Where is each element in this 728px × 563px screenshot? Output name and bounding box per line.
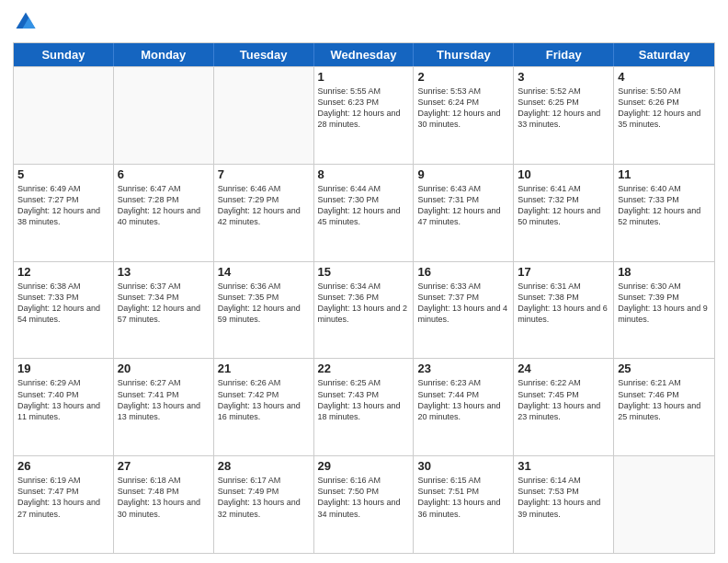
day-info: Sunrise: 6:36 AM Sunset: 7:35 PM Dayligh… xyxy=(218,281,310,326)
day-info: Sunrise: 6:25 AM Sunset: 7:43 PM Dayligh… xyxy=(318,377,410,422)
day-cell-16: 16Sunrise: 6:33 AM Sunset: 7:37 PM Dayli… xyxy=(414,262,514,359)
day-cell-7: 7Sunrise: 6:46 AM Sunset: 7:29 PM Daylig… xyxy=(214,165,314,261)
header-day-tuesday: Tuesday xyxy=(214,43,314,66)
day-cell-28: 28Sunrise: 6:17 AM Sunset: 7:49 PM Dayli… xyxy=(214,456,314,553)
header-day-sunday: Sunday xyxy=(14,43,114,66)
day-info: Sunrise: 6:31 AM Sunset: 7:38 PM Dayligh… xyxy=(518,281,609,326)
day-number: 18 xyxy=(618,265,711,279)
day-info: Sunrise: 5:55 AM Sunset: 6:23 PM Dayligh… xyxy=(318,86,410,131)
day-info: Sunrise: 6:21 AM Sunset: 7:46 PM Dayligh… xyxy=(618,377,711,422)
day-number: 24 xyxy=(518,362,609,375)
day-cell-14: 14Sunrise: 6:36 AM Sunset: 7:35 PM Dayli… xyxy=(214,262,314,359)
day-info: Sunrise: 6:40 AM Sunset: 7:33 PM Dayligh… xyxy=(618,183,711,228)
calendar-body: 1Sunrise: 5:55 AM Sunset: 6:23 PM Daylig… xyxy=(14,66,714,553)
empty-cell xyxy=(114,67,214,164)
day-cell-29: 29Sunrise: 6:16 AM Sunset: 7:50 PM Dayli… xyxy=(314,456,415,553)
day-number: 30 xyxy=(417,459,509,473)
day-info: Sunrise: 5:52 AM Sunset: 6:25 PM Dayligh… xyxy=(518,86,609,131)
calendar-row-2: 12Sunrise: 6:38 AM Sunset: 7:33 PM Dayli… xyxy=(14,261,714,359)
calendar-row-0: 1Sunrise: 5:55 AM Sunset: 6:23 PM Daylig… xyxy=(14,66,714,164)
day-number: 22 xyxy=(318,362,410,375)
day-number: 11 xyxy=(618,167,711,181)
empty-cell xyxy=(214,67,314,164)
day-cell-2: 2Sunrise: 5:53 AM Sunset: 6:24 PM Daylig… xyxy=(414,67,514,164)
day-number: 12 xyxy=(17,265,109,279)
day-info: Sunrise: 6:30 AM Sunset: 7:39 PM Dayligh… xyxy=(618,281,711,326)
day-info: Sunrise: 6:38 AM Sunset: 7:33 PM Dayligh… xyxy=(17,281,109,326)
logo xyxy=(13,9,42,35)
day-cell-10: 10Sunrise: 6:41 AM Sunset: 7:32 PM Dayli… xyxy=(514,165,614,261)
header-day-saturday: Saturday xyxy=(614,43,714,66)
header-day-monday: Monday xyxy=(114,43,214,66)
day-info: Sunrise: 6:14 AM Sunset: 7:53 PM Dayligh… xyxy=(518,475,609,520)
day-cell-1: 1Sunrise: 5:55 AM Sunset: 6:23 PM Daylig… xyxy=(314,67,415,164)
day-info: Sunrise: 6:26 AM Sunset: 7:42 PM Dayligh… xyxy=(218,377,310,422)
day-cell-11: 11Sunrise: 6:40 AM Sunset: 7:33 PM Dayli… xyxy=(614,165,714,261)
calendar-row-4: 26Sunrise: 6:19 AM Sunset: 7:47 PM Dayli… xyxy=(14,455,714,553)
day-info: Sunrise: 6:49 AM Sunset: 7:27 PM Dayligh… xyxy=(17,183,109,228)
day-info: Sunrise: 6:34 AM Sunset: 7:36 PM Dayligh… xyxy=(318,281,410,326)
day-number: 16 xyxy=(417,265,509,279)
day-info: Sunrise: 6:22 AM Sunset: 7:45 PM Dayligh… xyxy=(518,377,609,422)
day-info: Sunrise: 6:29 AM Sunset: 7:40 PM Dayligh… xyxy=(17,377,109,422)
day-number: 13 xyxy=(118,265,210,279)
header-day-thursday: Thursday xyxy=(414,43,514,66)
day-info: Sunrise: 6:27 AM Sunset: 7:41 PM Dayligh… xyxy=(118,377,210,422)
day-info: Sunrise: 6:17 AM Sunset: 7:49 PM Dayligh… xyxy=(218,475,310,520)
day-cell-4: 4Sunrise: 5:50 AM Sunset: 6:26 PM Daylig… xyxy=(614,67,714,164)
day-info: Sunrise: 6:47 AM Sunset: 7:28 PM Dayligh… xyxy=(118,183,210,228)
day-number: 19 xyxy=(17,362,109,375)
empty-cell xyxy=(614,456,714,553)
calendar-row-3: 19Sunrise: 6:29 AM Sunset: 7:40 PM Dayli… xyxy=(14,358,714,455)
day-info: Sunrise: 6:33 AM Sunset: 7:37 PM Dayligh… xyxy=(417,281,509,326)
day-cell-8: 8Sunrise: 6:44 AM Sunset: 7:30 PM Daylig… xyxy=(314,165,415,261)
day-cell-23: 23Sunrise: 6:23 AM Sunset: 7:44 PM Dayli… xyxy=(414,359,514,455)
day-number: 28 xyxy=(218,459,310,473)
day-info: Sunrise: 5:53 AM Sunset: 6:24 PM Dayligh… xyxy=(417,86,509,131)
day-number: 10 xyxy=(518,167,609,181)
day-cell-12: 12Sunrise: 6:38 AM Sunset: 7:33 PM Dayli… xyxy=(14,262,114,359)
day-number: 17 xyxy=(518,265,609,279)
day-number: 15 xyxy=(318,265,410,279)
logo-icon xyxy=(13,9,39,35)
day-cell-26: 26Sunrise: 6:19 AM Sunset: 7:47 PM Dayli… xyxy=(14,456,114,553)
day-cell-6: 6Sunrise: 6:47 AM Sunset: 7:28 PM Daylig… xyxy=(114,165,214,261)
day-cell-25: 25Sunrise: 6:21 AM Sunset: 7:46 PM Dayli… xyxy=(614,359,714,455)
header xyxy=(13,9,715,35)
day-number: 21 xyxy=(218,362,310,375)
page: SundayMondayTuesdayWednesdayThursdayFrid… xyxy=(0,0,728,563)
day-info: Sunrise: 6:46 AM Sunset: 7:29 PM Dayligh… xyxy=(218,183,310,228)
day-info: Sunrise: 6:15 AM Sunset: 7:51 PM Dayligh… xyxy=(417,475,509,520)
day-cell-20: 20Sunrise: 6:27 AM Sunset: 7:41 PM Dayli… xyxy=(114,359,214,455)
day-info: Sunrise: 6:18 AM Sunset: 7:48 PM Dayligh… xyxy=(118,475,210,520)
calendar-header: SundayMondayTuesdayWednesdayThursdayFrid… xyxy=(14,43,714,66)
day-cell-13: 13Sunrise: 6:37 AM Sunset: 7:34 PM Dayli… xyxy=(114,262,214,359)
day-number: 23 xyxy=(417,362,509,375)
day-cell-15: 15Sunrise: 6:34 AM Sunset: 7:36 PM Dayli… xyxy=(314,262,415,359)
day-number: 20 xyxy=(118,362,210,375)
day-number: 5 xyxy=(17,167,109,181)
day-cell-30: 30Sunrise: 6:15 AM Sunset: 7:51 PM Dayli… xyxy=(414,456,514,553)
empty-cell xyxy=(14,67,114,164)
day-cell-27: 27Sunrise: 6:18 AM Sunset: 7:48 PM Dayli… xyxy=(114,456,214,553)
day-cell-24: 24Sunrise: 6:22 AM Sunset: 7:45 PM Dayli… xyxy=(514,359,614,455)
day-number: 27 xyxy=(118,459,210,473)
day-number: 26 xyxy=(17,459,109,473)
header-day-wednesday: Wednesday xyxy=(314,43,415,66)
day-info: Sunrise: 6:44 AM Sunset: 7:30 PM Dayligh… xyxy=(318,183,410,228)
day-number: 2 xyxy=(417,70,509,84)
day-number: 14 xyxy=(218,265,310,279)
day-cell-18: 18Sunrise: 6:30 AM Sunset: 7:39 PM Dayli… xyxy=(614,262,714,359)
day-info: Sunrise: 6:23 AM Sunset: 7:44 PM Dayligh… xyxy=(417,377,509,422)
day-cell-9: 9Sunrise: 6:43 AM Sunset: 7:31 PM Daylig… xyxy=(414,165,514,261)
day-cell-17: 17Sunrise: 6:31 AM Sunset: 7:38 PM Dayli… xyxy=(514,262,614,359)
day-number: 31 xyxy=(518,459,609,473)
day-info: Sunrise: 6:43 AM Sunset: 7:31 PM Dayligh… xyxy=(417,183,509,228)
day-cell-5: 5Sunrise: 6:49 AM Sunset: 7:27 PM Daylig… xyxy=(14,165,114,261)
day-number: 9 xyxy=(417,167,509,181)
header-day-friday: Friday xyxy=(514,43,614,66)
day-info: Sunrise: 6:19 AM Sunset: 7:47 PM Dayligh… xyxy=(17,475,109,520)
day-number: 8 xyxy=(318,167,410,181)
day-info: Sunrise: 6:37 AM Sunset: 7:34 PM Dayligh… xyxy=(118,281,210,326)
day-number: 3 xyxy=(518,70,609,84)
